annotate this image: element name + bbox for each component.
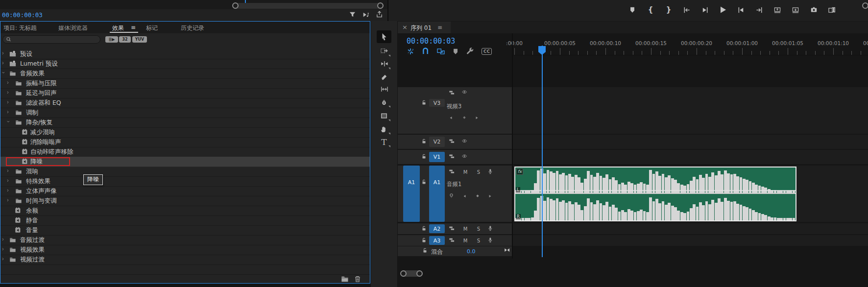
next-keyframe-icon[interactable] [476, 116, 480, 121]
keyframe-type-icon[interactable] [449, 193, 455, 199]
chevron-right-icon[interactable] [2, 248, 6, 252]
delete-button-icon[interactable] [354, 275, 361, 283]
effects-search-box[interactable] [2, 35, 100, 44]
previous-keyframe-icon[interactable] [450, 116, 454, 121]
chevron-right-icon[interactable] [2, 238, 6, 242]
tree-item-音频效果[interactable]: 音频效果 [0, 69, 370, 79]
track-name[interactable]: 音频1 [447, 181, 461, 188]
new-custom-bin-button-icon[interactable] [340, 275, 349, 283]
timeline-settings-button[interactable] [466, 48, 474, 55]
chevron-right-icon[interactable] [7, 189, 11, 193]
slip-tool[interactable] [377, 83, 391, 96]
tree-item-立体声声像[interactable]: 立体声声像 [0, 186, 370, 196]
add-marker-button[interactable] [452, 48, 459, 55]
add-keyframe-icon[interactable] [462, 116, 468, 121]
track-target-V1[interactable]: V1 [429, 152, 445, 162]
track-target-A1[interactable]: A1 [429, 166, 445, 222]
chevron-right-icon[interactable] [7, 169, 11, 174]
export-button-icon[interactable] [376, 11, 383, 18]
comparison-view-button[interactable] [827, 5, 837, 14]
effects-panel-menu-icon[interactable]: ≡ [131, 24, 136, 31]
chevron-right-icon[interactable] [7, 101, 11, 105]
tree-item-特殊效果[interactable]: 特殊效果 [0, 176, 370, 187]
sync-lock-icon[interactable] [449, 154, 456, 160]
playhead-head[interactable] [538, 46, 546, 57]
go-to-in-button[interactable] [682, 5, 692, 14]
sync-lock-icon[interactable] [449, 226, 456, 232]
track-select-forward-tool[interactable] [377, 45, 391, 58]
linked-selection-toggle[interactable] [436, 48, 445, 55]
mark-in-button[interactable]: { [646, 5, 655, 14]
ripple-edit-tool[interactable] [377, 58, 391, 71]
export-frame-button[interactable] [809, 5, 819, 14]
track-lock-icon[interactable] [422, 154, 428, 160]
chevron-right-icon[interactable] [7, 199, 11, 203]
solo-button[interactable]: S [475, 169, 482, 175]
close-tab-icon[interactable]: × [402, 24, 408, 31]
track-output-icon[interactable] [461, 154, 468, 160]
search-input[interactable] [12, 36, 97, 43]
sync-lock-icon[interactable] [449, 90, 456, 96]
source-track-indicator-A1[interactable]: A1 [403, 166, 420, 222]
chevron-right-icon[interactable] [7, 111, 11, 115]
go-to-out-button[interactable] [754, 5, 764, 14]
tab-标记[interactable]: 标记 [146, 24, 158, 32]
tree-item-视频过渡[interactable]: 视频过渡 [0, 255, 370, 265]
yuv-effects-badge[interactable]: YUV [132, 36, 147, 43]
track-target-A2[interactable]: A2 [429, 224, 445, 233]
track-lock-icon[interactable] [422, 238, 428, 244]
tab-效果[interactable]: 效果 [112, 24, 124, 32]
accelerated-effects-badge[interactable]: ≣▶ [105, 36, 118, 43]
tree-item-音频过渡[interactable]: 音频过渡 [0, 235, 370, 245]
track-lock-icon[interactable] [422, 226, 428, 232]
step-forward-button[interactable] [736, 5, 746, 14]
sync-lock-icon[interactable] [449, 169, 456, 175]
voiceover-record-icon[interactable] [488, 168, 494, 175]
type-tool[interactable]: T [377, 136, 391, 148]
chevron-down-icon[interactable] [2, 72, 6, 76]
track-output-icon[interactable] [461, 139, 468, 144]
tree-item-减少混响[interactable]: 减少混响 [0, 127, 370, 138]
tree-item-滤波器和 EQ[interactable]: 滤波器和 EQ [0, 98, 370, 108]
previous-keyframe-icon[interactable] [463, 194, 468, 199]
tree-item-降杂/恢复[interactable]: 降杂/恢复 [0, 118, 370, 128]
zoom-handle-right[interactable] [377, 2, 384, 9]
tree-item-自动咔嗒声移除[interactable]: 自动咔嗒声移除 [0, 147, 370, 157]
track-target-V3[interactable]: V3 [429, 99, 445, 107]
captions-button[interactable]: CC [482, 48, 492, 55]
tab-项目: 无标题[interactable]: 项目: 无标题 [3, 24, 37, 32]
play-button[interactable] [718, 5, 728, 14]
timeline-zoom-scrollbar[interactable] [401, 270, 422, 277]
hand-tool[interactable] [377, 123, 391, 136]
add-marker-button[interactable] [627, 5, 637, 14]
selection-tool[interactable] [377, 30, 391, 43]
extract-button[interactable] [791, 5, 800, 14]
zoom-handle-left[interactable] [232, 2, 239, 9]
tree-item-振幅与压限[interactable]: 振幅与压限 [0, 78, 370, 89]
program-zoom-handle[interactable] [862, 2, 868, 9]
snap-toggle[interactable] [422, 48, 429, 55]
timeline-zoom-handle-right[interactable] [416, 270, 423, 277]
chevron-down-icon[interactable] [7, 120, 11, 125]
sequence-tab-title[interactable]: 序列 01 [410, 24, 432, 32]
track-target-A3[interactable]: A3 [429, 236, 445, 245]
tree-item-混响[interactable]: 混响 [0, 167, 370, 177]
mix-keyframe-icon[interactable] [504, 248, 511, 254]
next-keyframe-icon[interactable] [489, 194, 493, 199]
source-zoom-scrollbar[interactable] [233, 3, 383, 9]
chevron-right-icon[interactable] [2, 52, 6, 56]
tree-item-预设[interactable]: 预设 [0, 49, 370, 59]
chevron-right-icon[interactable] [7, 91, 11, 96]
tree-item-静音[interactable]: 静音 [0, 215, 370, 226]
tab-媒体浏览器[interactable]: 媒体浏览器 [58, 24, 88, 32]
voiceover-record-icon[interactable] [488, 225, 494, 232]
track-lock-icon[interactable] [422, 179, 428, 186]
tree-item-消除嗡嗡声[interactable]: 消除嗡嗡声 [0, 137, 370, 147]
tree-item-延迟与回声[interactable]: 延迟与回声 [0, 88, 370, 98]
rectangle-tool[interactable] [377, 110, 391, 122]
nest-insert-toggle[interactable] [407, 48, 414, 55]
timeline-timecode[interactable]: 00:00:00:03 [407, 37, 455, 46]
chevron-right-icon[interactable] [2, 62, 6, 66]
chevron-right-icon[interactable] [7, 179, 11, 184]
mark-out-button[interactable]: } [664, 5, 674, 14]
